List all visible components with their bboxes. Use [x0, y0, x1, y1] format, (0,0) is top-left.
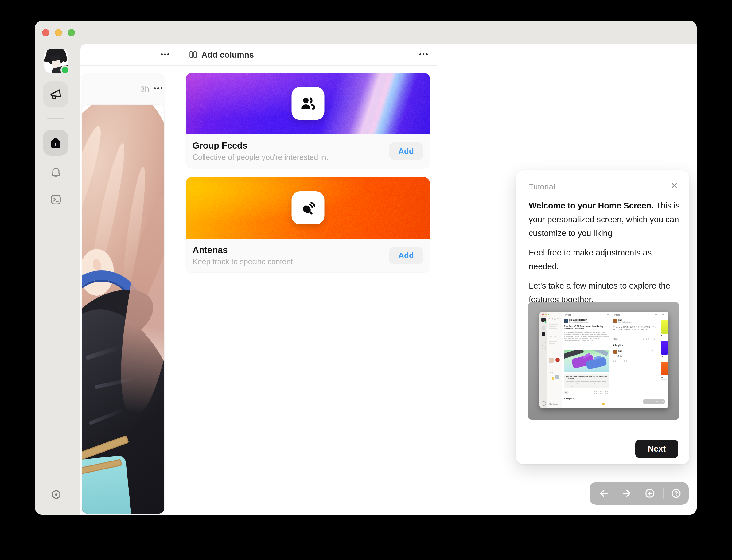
sidebar-divider	[47, 118, 64, 119]
card-subtitle: Collective of people you're interested i…	[193, 153, 329, 162]
column1-feed: 3h	[81, 73, 165, 515]
sidebar-item-announcements[interactable]	[43, 81, 68, 107]
card-subtitle: Keep track to specific content.	[193, 257, 295, 266]
bell-icon	[50, 166, 62, 178]
add-column-icon[interactable]	[644, 488, 655, 499]
terminal-icon	[50, 193, 62, 206]
mini-link-card: RoboSats v0.6.0 Pre-release: Introducing…	[564, 374, 609, 388]
antenas-banner	[186, 177, 430, 239]
antenas-card: Antenas Keep track to specific content. …	[186, 177, 430, 272]
home-icon	[49, 136, 62, 149]
group-people-icon	[300, 95, 316, 112]
minimize-window-button[interactable]	[55, 29, 62, 36]
sidebar-item-settings[interactable]	[50, 489, 62, 501]
card-title: Antenas	[193, 245, 295, 255]
sidebar-item-home[interactable]	[43, 130, 68, 156]
post-image[interactable]	[82, 105, 164, 514]
nav-toolbar	[590, 482, 689, 505]
traffic-lights	[42, 29, 75, 36]
group-feeds-banner	[186, 73, 430, 134]
mini-column-cards: To Gr An	[659, 312, 668, 408]
group-feeds-tile	[291, 87, 324, 120]
column-divider	[180, 44, 180, 515]
toolbar-divider	[663, 488, 664, 499]
tutorial-paragraph-2: Feel free to make adjustments as needed.	[529, 246, 680, 273]
tutorial-label: Tutorial	[529, 182, 555, 192]
zoom-window-button[interactable]	[68, 29, 75, 36]
next-button[interactable]: Next	[635, 440, 678, 458]
arrow-left-icon[interactable]	[599, 488, 610, 499]
close-icon[interactable]	[670, 181, 679, 190]
column1-more-button[interactable]	[161, 53, 169, 55]
tutorial-text: Welcome to your Home Screen. This is you…	[529, 199, 680, 312]
megaphone-icon	[49, 87, 62, 101]
mini-column-a: 内を中心に表示 い感じする OTE? nt!	[547, 312, 563, 408]
header-divider	[80, 65, 437, 66]
post-timestamp: 3h	[140, 84, 149, 94]
sidebar-item-console[interactable]	[50, 193, 62, 206]
antenas-info: Antenas Keep track to specific content. …	[186, 239, 430, 272]
card-title: Group Feeds	[193, 141, 329, 151]
mini-sidebar	[539, 312, 547, 408]
tutorial-paragraph-1: Welcome to your Home Screen. This is you…	[529, 199, 680, 240]
add-columns-title: Add columns	[201, 50, 254, 60]
mini-robot-image	[564, 350, 609, 372]
columns-icon	[189, 50, 198, 59]
mini-app-window: 内を中心に表示 い感じする OTE? nt!	[539, 312, 668, 408]
add-columns-more-button[interactable]	[419, 53, 428, 55]
close-window-button[interactable]	[42, 29, 49, 36]
mini-nav-pill: ←→⊞?	[643, 399, 665, 404]
post-more-button[interactable]	[154, 87, 162, 89]
antenna-dish-icon	[300, 200, 316, 216]
add-group-feeds-button[interactable]: Add	[389, 142, 423, 160]
app-window: Add columns 3h	[35, 21, 697, 515]
mini-column-thread-1: Thread No Bullshit Bitcoin 5h · nobsbitc…	[562, 312, 612, 408]
group-feeds-info: Group Feeds Collective of people you're …	[186, 134, 430, 168]
screen: Add columns 3h	[0, 0, 732, 560]
antenas-tile	[291, 191, 324, 224]
group-feeds-card: Group Feeds Collective of people you're …	[186, 73, 430, 168]
arrow-right-icon[interactable]	[621, 488, 632, 499]
content-panel: Add columns 3h	[80, 44, 697, 515]
sidebar-item-notifications[interactable]	[50, 166, 62, 178]
user-avatar[interactable]	[44, 49, 68, 73]
help-icon[interactable]	[671, 488, 682, 499]
add-antenas-button[interactable]: Add	[389, 247, 423, 264]
online-status-dot	[60, 65, 70, 75]
mini-column-thread-2: Thread kaiji 1m · studiokaiji.com そういえば例…	[611, 312, 660, 408]
settings-icon	[50, 489, 62, 501]
column-divider	[437, 44, 437, 515]
tutorial-popup: Tutorial Welcome to your Home Screen. Th…	[516, 170, 689, 464]
tutorial-screenshot: 内を中心に表示 い感じする OTE? nt!	[528, 302, 679, 420]
